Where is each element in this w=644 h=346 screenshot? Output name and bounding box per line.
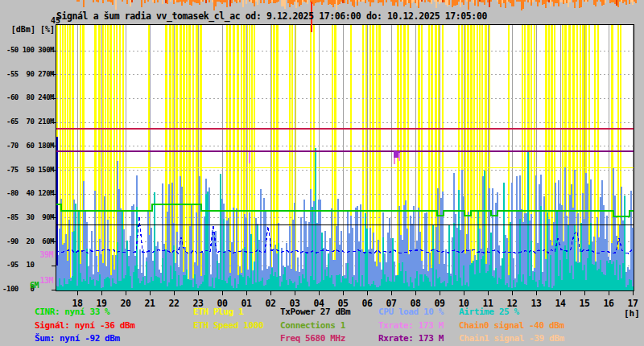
legend-item: TxPower 27 dBm (280, 307, 350, 317)
x-axis-hour-label: 02 (258, 298, 283, 309)
x-axis-hour-label: 13 (524, 298, 548, 309)
legend-item: ETH Plug 1 (193, 307, 243, 317)
x-axis-hour-label: 22 (162, 298, 186, 309)
legend-item: ETH Speed 1000 (193, 320, 263, 331)
legend-item: Rxrate: 173 M (378, 333, 444, 344)
y-axis-row: -75 50 150M (0, 166, 54, 174)
y-axis-row: -60 80 240M (0, 93, 54, 101)
y-axis-caption: [dBm] [%] (0, 25, 55, 34)
y-axis-row: -50 100 300M (0, 46, 54, 54)
page-title: Signál a šum radia vv_tomasek_cl_ac od: … (56, 10, 487, 22)
x-axis-hour-label: 17 (621, 298, 644, 309)
x-axis-hour-label: 21 (138, 298, 162, 309)
y-axis-row: -90 20 60M (0, 237, 54, 245)
signal-noise-chart (0, 0, 644, 346)
legend-item: Txrate: 173 M (378, 320, 444, 331)
legend-item: Šum: nyní -92 dBm (35, 333, 120, 344)
legend-item: Connections 1 (280, 320, 345, 331)
legend-item: Signál: nyní -36 dBm (35, 320, 134, 331)
legend-item: Chain1 signal -39 dBm (459, 333, 564, 344)
y-axis-row: -95 10 (0, 261, 54, 269)
legend-item: Freq 5680 MHz (280, 333, 345, 344)
x-axis-hour-label: 06 (355, 298, 379, 309)
x-axis-hour-label: 16 (597, 298, 621, 309)
y-axis-row: -70 60 180M (0, 142, 54, 150)
x-axis-unit-label: [h] (624, 308, 640, 319)
y-axis-row: -85 30 90M (0, 213, 54, 221)
x-axis-hour-label: 15 (572, 298, 597, 309)
y-axis-row: -55 90 270M (0, 70, 54, 78)
x-axis-hour-label: 14 (548, 298, 572, 309)
legend-item: CPU load 10 % (378, 307, 444, 317)
y-axis-rate-marker: 39M (0, 250, 53, 259)
legend-item: Airtime 25 % (459, 307, 519, 317)
y-axis-row: -65 70 210M (0, 117, 54, 126)
y-axis-row: -80 40 120M (0, 189, 54, 197)
legend-item: Chain0 signal -40 dBm (459, 320, 564, 331)
y-axis-top-label: 45 (51, 16, 60, 25)
x-axis-hour-label: 20 (114, 298, 138, 309)
y-axis-rate-marker: 6M (0, 281, 39, 290)
mrtg-graph-page: Signál a šum radia vv_tomasek_cl_ac od: … (0, 0, 644, 346)
legend-item: CINR: nyní 33 % (35, 307, 109, 317)
